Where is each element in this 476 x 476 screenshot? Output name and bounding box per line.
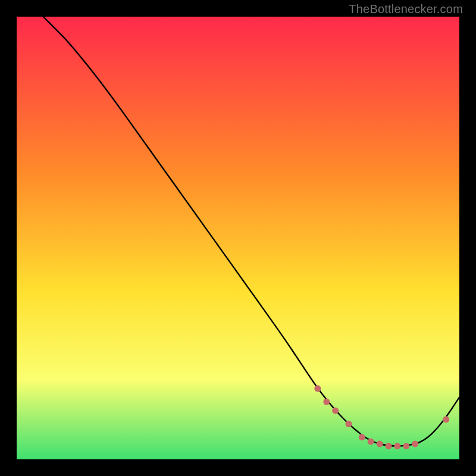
curve-marker — [386, 443, 392, 449]
chart-svg — [17, 17, 459, 459]
plot-area — [17, 17, 459, 459]
gradient-background — [17, 17, 459, 459]
curve-marker — [314, 386, 321, 392]
chart-stage: TheBottlenecker.com — [0, 0, 476, 476]
curve-marker — [377, 441, 383, 447]
curve-marker — [359, 434, 365, 440]
curve-marker — [332, 408, 339, 414]
curve-marker — [443, 416, 449, 423]
curve-marker — [368, 439, 374, 445]
watermark-text: TheBottlenecker.com — [349, 2, 463, 16]
curve-marker — [412, 441, 418, 447]
curve-marker — [403, 443, 409, 449]
curve-marker — [394, 443, 400, 449]
curve-marker — [323, 399, 330, 405]
curve-marker — [346, 421, 352, 427]
